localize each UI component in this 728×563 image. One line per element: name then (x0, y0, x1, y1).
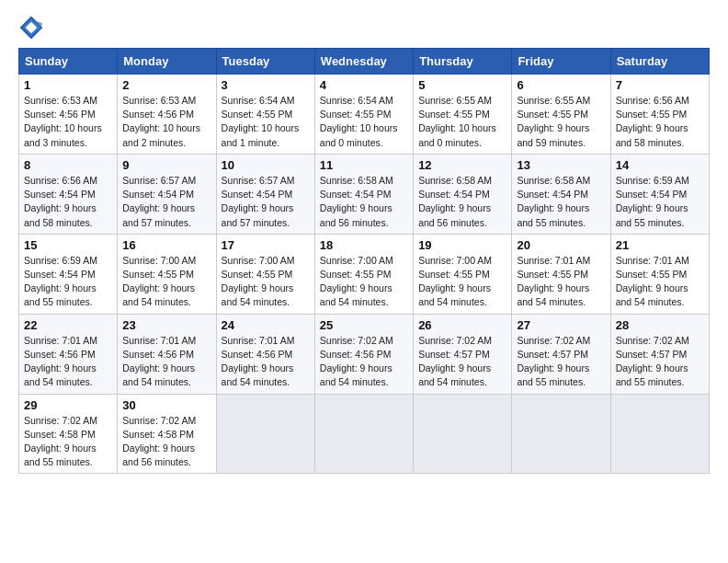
calendar-cell: 14Sunrise: 6:59 AMSunset: 4:54 PMDayligh… (610, 154, 709, 234)
day-number: 13 (517, 158, 605, 172)
calendar-cell: 21Sunrise: 7:01 AMSunset: 4:55 PMDayligh… (610, 234, 709, 314)
day-info: Sunrise: 7:00 AMSunset: 4:55 PMDaylight:… (122, 254, 210, 310)
calendar-table: SundayMondayTuesdayWednesdayThursdayFrid… (18, 48, 710, 474)
day-info: Sunrise: 7:01 AMSunset: 4:55 PMDaylight:… (616, 254, 704, 310)
calendar-cell: 28Sunrise: 7:02 AMSunset: 4:57 PMDayligh… (610, 314, 709, 394)
day-info: Sunrise: 7:02 AMSunset: 4:58 PMDaylight:… (24, 414, 112, 470)
calendar-cell: 8Sunrise: 6:56 AMSunset: 4:54 PMDaylight… (19, 154, 118, 234)
col-header-sunday: Sunday (19, 49, 118, 75)
calendar-cell: 1Sunrise: 6:53 AMSunset: 4:56 PMDaylight… (19, 75, 118, 155)
calendar-cell: 5Sunrise: 6:55 AMSunset: 4:55 PMDaylight… (414, 75, 512, 155)
calendar-cell: 11Sunrise: 6:58 AMSunset: 4:54 PMDayligh… (314, 154, 413, 234)
day-info: Sunrise: 6:59 AMSunset: 4:54 PMDaylight:… (616, 174, 704, 230)
calendar-cell: 18Sunrise: 7:00 AMSunset: 4:55 PMDayligh… (314, 234, 413, 314)
calendar-week-row: 29Sunrise: 7:02 AMSunset: 4:58 PMDayligh… (19, 394, 710, 474)
page: SundayMondayTuesdayWednesdayThursdayFrid… (0, 0, 728, 563)
day-number: 19 (418, 238, 506, 252)
calendar-week-row: 1Sunrise: 6:53 AMSunset: 4:56 PMDaylight… (19, 75, 710, 155)
day-info: Sunrise: 6:53 AMSunset: 4:56 PMDaylight:… (122, 94, 210, 150)
calendar-cell: 26Sunrise: 7:02 AMSunset: 4:57 PMDayligh… (414, 314, 512, 394)
calendar-cell (610, 394, 709, 474)
day-info: Sunrise: 7:01 AMSunset: 4:55 PMDaylight:… (517, 254, 605, 310)
day-number: 17 (222, 238, 310, 252)
col-header-friday: Friday (512, 49, 610, 75)
calendar-cell: 10Sunrise: 6:57 AMSunset: 4:54 PMDayligh… (216, 154, 314, 234)
calendar-cell: 6Sunrise: 6:55 AMSunset: 4:55 PMDaylight… (512, 75, 610, 155)
header (18, 15, 710, 40)
day-number: 16 (122, 238, 210, 252)
day-number: 7 (616, 78, 704, 92)
day-info: Sunrise: 6:54 AMSunset: 4:55 PMDaylight:… (320, 94, 408, 150)
calendar-cell: 12Sunrise: 6:58 AMSunset: 4:54 PMDayligh… (414, 154, 512, 234)
day-info: Sunrise: 6:59 AMSunset: 4:54 PMDaylight:… (24, 254, 112, 310)
day-number: 21 (616, 238, 704, 252)
logo-icon (18, 15, 44, 40)
day-info: Sunrise: 7:00 AMSunset: 4:55 PMDaylight:… (418, 254, 506, 310)
day-info: Sunrise: 7:02 AMSunset: 4:57 PMDaylight:… (517, 334, 605, 390)
calendar-cell: 19Sunrise: 7:00 AMSunset: 4:55 PMDayligh… (414, 234, 512, 314)
day-number: 5 (418, 78, 506, 92)
day-number: 29 (24, 398, 112, 412)
day-number: 4 (320, 78, 408, 92)
day-number: 28 (616, 318, 704, 332)
day-info: Sunrise: 7:02 AMSunset: 4:58 PMDaylight:… (122, 414, 210, 470)
day-number: 27 (517, 318, 605, 332)
calendar-cell (216, 394, 314, 474)
day-number: 25 (320, 318, 408, 332)
calendar-cell: 16Sunrise: 7:00 AMSunset: 4:55 PMDayligh… (118, 234, 216, 314)
day-info: Sunrise: 7:01 AMSunset: 4:56 PMDaylight:… (122, 334, 210, 390)
day-number: 1 (24, 78, 112, 92)
day-number: 24 (222, 318, 310, 332)
calendar-cell: 4Sunrise: 6:54 AMSunset: 4:55 PMDaylight… (314, 75, 413, 155)
calendar-cell: 23Sunrise: 7:01 AMSunset: 4:56 PMDayligh… (118, 314, 216, 394)
calendar-cell: 9Sunrise: 6:57 AMSunset: 4:54 PMDaylight… (118, 154, 216, 234)
calendar-cell (512, 394, 610, 474)
day-info: Sunrise: 7:01 AMSunset: 4:56 PMDaylight:… (24, 334, 112, 390)
day-number: 3 (222, 78, 310, 92)
calendar-header-row: SundayMondayTuesdayWednesdayThursdayFrid… (19, 49, 710, 75)
calendar-cell (414, 394, 512, 474)
col-header-saturday: Saturday (610, 49, 709, 75)
col-header-tuesday: Tuesday (216, 49, 314, 75)
day-number: 23 (122, 318, 210, 332)
day-number: 8 (24, 158, 112, 172)
day-number: 14 (616, 158, 704, 172)
day-number: 26 (418, 318, 506, 332)
calendar-cell: 7Sunrise: 6:56 AMSunset: 4:55 PMDaylight… (610, 75, 709, 155)
day-number: 6 (517, 78, 605, 92)
day-info: Sunrise: 6:58 AMSunset: 4:54 PMDaylight:… (320, 174, 408, 230)
day-info: Sunrise: 7:00 AMSunset: 4:55 PMDaylight:… (222, 254, 310, 310)
day-info: Sunrise: 6:53 AMSunset: 4:56 PMDaylight:… (24, 94, 112, 150)
day-number: 20 (517, 238, 605, 252)
calendar-cell: 2Sunrise: 6:53 AMSunset: 4:56 PMDaylight… (118, 75, 216, 155)
calendar-cell: 24Sunrise: 7:01 AMSunset: 4:56 PMDayligh… (216, 314, 314, 394)
day-info: Sunrise: 6:57 AMSunset: 4:54 PMDaylight:… (122, 174, 210, 230)
day-info: Sunrise: 6:57 AMSunset: 4:54 PMDaylight:… (222, 174, 310, 230)
calendar-cell: 30Sunrise: 7:02 AMSunset: 4:58 PMDayligh… (118, 394, 216, 474)
calendar-cell: 25Sunrise: 7:02 AMSunset: 4:56 PMDayligh… (314, 314, 413, 394)
calendar-cell: 29Sunrise: 7:02 AMSunset: 4:58 PMDayligh… (19, 394, 118, 474)
day-number: 22 (24, 318, 112, 332)
day-info: Sunrise: 6:58 AMSunset: 4:54 PMDaylight:… (418, 174, 506, 230)
calendar-cell: 22Sunrise: 7:01 AMSunset: 4:56 PMDayligh… (19, 314, 118, 394)
day-number: 18 (320, 238, 408, 252)
day-info: Sunrise: 7:02 AMSunset: 4:56 PMDaylight:… (320, 334, 408, 390)
col-header-thursday: Thursday (414, 49, 512, 75)
day-number: 12 (418, 158, 506, 172)
day-number: 10 (222, 158, 310, 172)
calendar-cell: 13Sunrise: 6:58 AMSunset: 4:54 PMDayligh… (512, 154, 610, 234)
day-info: Sunrise: 7:00 AMSunset: 4:55 PMDaylight:… (320, 254, 408, 310)
calendar-cell: 27Sunrise: 7:02 AMSunset: 4:57 PMDayligh… (512, 314, 610, 394)
calendar-cell: 20Sunrise: 7:01 AMSunset: 4:55 PMDayligh… (512, 234, 610, 314)
calendar-week-row: 22Sunrise: 7:01 AMSunset: 4:56 PMDayligh… (19, 314, 710, 394)
day-number: 9 (122, 158, 210, 172)
calendar-cell: 17Sunrise: 7:00 AMSunset: 4:55 PMDayligh… (216, 234, 314, 314)
day-info: Sunrise: 6:56 AMSunset: 4:55 PMDaylight:… (616, 94, 704, 150)
day-info: Sunrise: 6:55 AMSunset: 4:55 PMDaylight:… (418, 94, 506, 150)
day-info: Sunrise: 6:58 AMSunset: 4:54 PMDaylight:… (517, 174, 605, 230)
day-info: Sunrise: 7:02 AMSunset: 4:57 PMDaylight:… (418, 334, 506, 390)
day-number: 11 (320, 158, 408, 172)
col-header-wednesday: Wednesday (314, 49, 413, 75)
col-header-monday: Monday (118, 49, 216, 75)
day-info: Sunrise: 6:54 AMSunset: 4:55 PMDaylight:… (222, 94, 310, 150)
